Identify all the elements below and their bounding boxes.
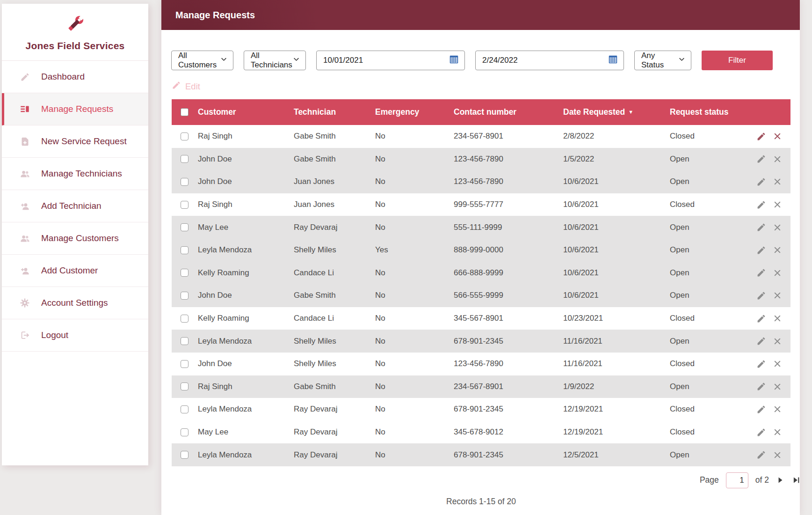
calendar-icon[interactable]	[449, 54, 459, 66]
cell-request-status: Open	[670, 443, 756, 466]
sidebar-item-manage-technicians[interactable]: Manage Technicians	[2, 158, 148, 190]
edit-row-icon[interactable]	[756, 154, 766, 164]
page-number-input[interactable]	[726, 472, 748, 488]
cell-emergency: No	[375, 284, 454, 307]
technician-filter-select[interactable]: All Technicians	[244, 51, 306, 70]
select-row-checkbox[interactable]	[181, 155, 188, 163]
requests-table: CustomerTechnicianEmergencyContact numbe…	[172, 99, 790, 466]
select-all-checkbox[interactable]	[181, 108, 188, 116]
edit-row-icon[interactable]	[756, 177, 766, 187]
delete-row-icon[interactable]	[773, 200, 782, 209]
cell-emergency: No	[375, 307, 454, 330]
column-header-emergency[interactable]: Emergency	[375, 99, 454, 125]
delete-row-icon[interactable]	[773, 383, 782, 391]
table-row: Raj SinghGabe SmithNo234-567-89011/9/202…	[172, 375, 790, 398]
select-row-checkbox[interactable]	[181, 315, 188, 323]
column-header-technician[interactable]: Technician	[294, 99, 375, 125]
date-to-input[interactable]: 2/24/2022	[475, 51, 624, 70]
select-row-checkbox[interactable]	[181, 451, 188, 459]
select-row-checkbox[interactable]	[181, 223, 188, 231]
sidebar-item-account-settings[interactable]: Account Settings	[2, 287, 148, 319]
cell-contact-number: 345-678-9012	[454, 421, 563, 444]
select-row-checkbox[interactable]	[181, 132, 188, 140]
column-header-date-requested[interactable]: Date Requested▼	[563, 99, 670, 125]
delete-row-icon[interactable]	[773, 132, 782, 140]
delete-row-icon[interactable]	[773, 337, 782, 346]
table-row: Kelly RoamingCandace LiNo345-567-890110/…	[172, 307, 790, 330]
cell-contact-number: 234-567-8901	[454, 375, 563, 398]
next-page-icon[interactable]	[776, 476, 785, 485]
sidebar-item-logout[interactable]: Logout	[2, 319, 148, 352]
column-header-customer[interactable]: Customer	[198, 99, 294, 125]
sidebar-item-dashboard[interactable]: Dashboard	[2, 61, 148, 93]
column-header-contact-number[interactable]: Contact number	[454, 99, 563, 125]
cell-customer: John Doe	[198, 284, 294, 307]
cell-request-status: Open	[670, 239, 756, 262]
edit-row-icon[interactable]	[756, 450, 766, 460]
delete-row-icon[interactable]	[773, 223, 782, 232]
date-from-input[interactable]: 10/01/2021	[316, 51, 465, 70]
select-row-checkbox[interactable]	[181, 269, 188, 277]
cell-request-status: Open	[670, 148, 756, 171]
delete-row-icon[interactable]	[773, 269, 782, 277]
delete-row-icon[interactable]	[773, 405, 782, 413]
sidebar-item-manage-requests[interactable]: Manage Requests	[2, 93, 148, 125]
pencil-icon	[19, 72, 31, 82]
cell-request-status: Open	[670, 330, 756, 353]
customer-filter-select[interactable]: All Customers	[171, 51, 233, 70]
last-page-icon[interactable]	[792, 476, 801, 485]
edit-row-icon[interactable]	[756, 336, 766, 346]
calendar-icon[interactable]	[608, 54, 618, 66]
cell-technician: Ray Devaraj	[294, 443, 375, 466]
delete-row-icon[interactable]	[773, 360, 782, 368]
page-label: Page	[700, 475, 719, 485]
cell-contact-number: 123-456-7890	[454, 353, 563, 375]
edit-row-icon[interactable]	[756, 314, 766, 324]
delete-row-icon[interactable]	[773, 314, 782, 323]
delete-row-icon[interactable]	[773, 428, 782, 436]
delete-row-icon[interactable]	[773, 451, 782, 459]
edit-row-icon[interactable]	[756, 359, 766, 369]
select-row-checkbox[interactable]	[181, 292, 188, 300]
select-row-checkbox[interactable]	[181, 428, 188, 436]
edit-row-icon[interactable]	[756, 245, 766, 255]
edit-row-icon[interactable]	[756, 427, 766, 437]
select-row-checkbox[interactable]	[181, 405, 188, 413]
select-row-checkbox[interactable]	[181, 383, 188, 390]
delete-row-icon[interactable]	[773, 177, 782, 186]
edit-row-icon[interactable]	[756, 291, 766, 301]
sidebar-item-add-customer[interactable]: Add Customer	[2, 255, 148, 287]
select-row-checkbox[interactable]	[181, 360, 188, 368]
select-row-checkbox[interactable]	[181, 246, 188, 254]
cell-emergency: No	[375, 262, 454, 285]
sidebar-item-manage-customers[interactable]: Manage Customers	[2, 222, 148, 255]
sidebar-item-new-service-request[interactable]: New Service Request	[2, 125, 148, 158]
delete-row-icon[interactable]	[773, 291, 782, 300]
cell-technician: Ray Devaraj	[294, 421, 375, 444]
edit-row-icon[interactable]	[756, 268, 766, 278]
cell-customer: John Doe	[198, 353, 294, 375]
edit-row-icon[interactable]	[756, 222, 766, 232]
cell-date-requested: 10/6/2021	[563, 216, 670, 239]
delete-row-icon[interactable]	[773, 246, 782, 254]
edit-row-icon[interactable]	[756, 405, 766, 414]
table-row: Leyla MendozaShelly MilesYes888-999-0000…	[172, 239, 790, 262]
cell-request-status: Closed	[670, 421, 756, 444]
delete-row-icon[interactable]	[773, 155, 782, 163]
cell-date-requested: 10/6/2021	[563, 193, 670, 216]
select-row-checkbox[interactable]	[181, 178, 188, 186]
cell-request-status: Open	[670, 284, 756, 307]
filter-button[interactable]: Filter	[702, 51, 773, 70]
table-row: Kelly RoamingCandace LiNo666-888-999910/…	[172, 262, 790, 285]
edit-row-icon[interactable]	[756, 200, 766, 210]
select-row-checkbox[interactable]	[181, 201, 188, 209]
edit-row-icon[interactable]	[756, 382, 766, 391]
status-filter-select[interactable]: Any Status	[634, 51, 691, 70]
pagination: Page of 2	[172, 472, 801, 488]
sidebar-item-add-technician[interactable]: Add Technician	[2, 190, 148, 222]
edit-button-disabled[interactable]: Edit	[172, 81, 200, 92]
select-row-checkbox[interactable]	[181, 337, 188, 345]
edit-row-icon[interactable]	[756, 132, 766, 141]
column-header-request-status[interactable]: Request status	[670, 99, 756, 125]
cell-customer: Raj Singh	[198, 193, 294, 216]
